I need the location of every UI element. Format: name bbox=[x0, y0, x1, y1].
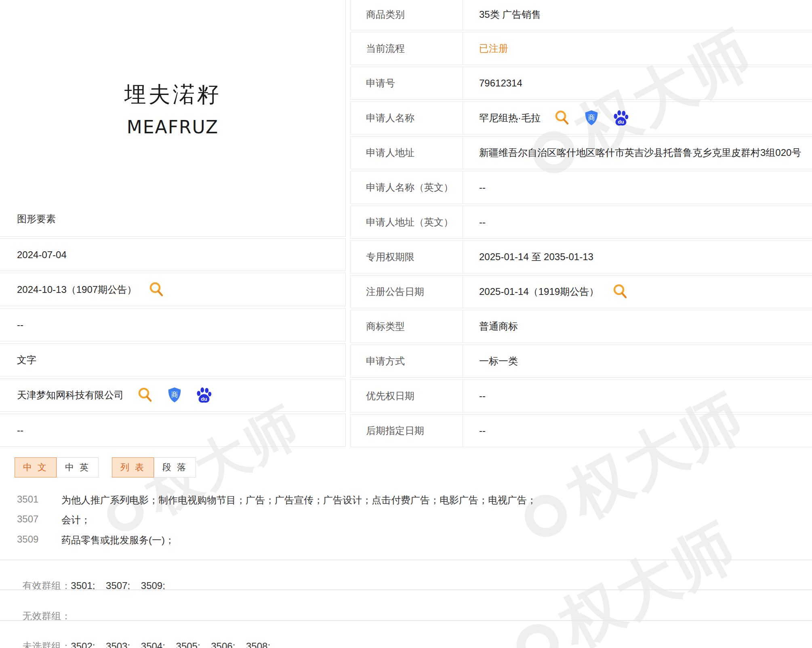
valid-groups-row: 有效群组：3501; 3507; 3509; bbox=[17, 568, 165, 592]
unselected-groups-values: 3502; 3503; 3504; 3505; 3506; 3508; bbox=[71, 641, 270, 648]
row-label: 申请人名称（英文） bbox=[351, 171, 463, 204]
row-label: 注册公告日期 bbox=[351, 276, 463, 308]
class-item: 3501 为他人推广系列电影；制作电视购物节目；广告；广告宣传；广告设计；点击付… bbox=[17, 494, 536, 507]
left-row-agency: 天津梦知网科技有限公司 商 du bbox=[0, 379, 346, 412]
row-label: 商标类型 bbox=[351, 310, 463, 343]
svg-text:商: 商 bbox=[588, 114, 595, 122]
class-description: 会计； bbox=[61, 513, 90, 526]
row-application-number: 申请号 79612314 bbox=[350, 67, 812, 100]
tab-list-view[interactable]: 列 表 bbox=[112, 457, 154, 478]
row-label: 申请人名称 bbox=[351, 102, 463, 134]
divider bbox=[0, 620, 812, 621]
class-description: 为他人推广系列电影；制作电视购物节目；广告；广告宣传；广告设计；点击付费广告；电… bbox=[61, 494, 536, 507]
row-label: 申请号 bbox=[351, 67, 463, 99]
first-announcement-value: 2024-10-13（1907期公告） bbox=[17, 283, 137, 296]
watermark-logo-icon bbox=[509, 617, 566, 648]
class-description: 药品零售或批发服务(一)； bbox=[61, 534, 175, 547]
row-applicant-name-en: 申请人名称（英文） -- bbox=[350, 171, 812, 204]
left-row-first-announcement: 2024-10-13（1907期公告） bbox=[0, 273, 346, 306]
left-row-dash2: -- bbox=[0, 414, 346, 447]
row-priority-date: 优先权日期 -- bbox=[350, 379, 812, 412]
class-code: 3501 bbox=[17, 494, 61, 505]
tab-chinese-english[interactable]: 中 英 bbox=[57, 457, 99, 478]
class-code: 3509 bbox=[17, 534, 61, 545]
apply-date-value: 2024-07-04 bbox=[17, 249, 67, 261]
row-applicant-address: 申请人地址 新疆维吾尔自治区喀什地区喀什市英吉沙县托普鲁克乡克里皮群村3组020… bbox=[350, 136, 812, 169]
invalid-groups-row: 无效群组： bbox=[17, 598, 71, 623]
class-item: 3507 会计； bbox=[17, 513, 90, 526]
applicant-address-value: 新疆维吾尔自治区喀什地区喀什市英吉沙县托普鲁克乡克里皮群村3组020号 bbox=[479, 146, 801, 159]
applicant-name-value: 罕尼组热·毛拉 bbox=[479, 112, 541, 124]
row-applicant-name: 申请人名称 罕尼组热·毛拉 商 du bbox=[350, 101, 812, 135]
row-label: 商品类别 bbox=[351, 0, 463, 30]
left-row-dash1: -- bbox=[0, 308, 346, 341]
tab-paragraph-view[interactable]: 段 落 bbox=[154, 457, 196, 478]
tab-chinese[interactable]: 中 文 bbox=[15, 457, 57, 478]
search-icon[interactable] bbox=[554, 110, 570, 126]
exclusive-right-period-value: 2025-01-14 至 2035-01-13 bbox=[479, 250, 593, 263]
search-icon[interactable] bbox=[137, 387, 154, 403]
trademark-preview-cell: 埋夫渃籽 MEAFRUZ 图形要素 bbox=[0, 0, 346, 237]
row-application-mode: 申请方式 一标一类 bbox=[350, 345, 812, 378]
later-designation-date-value: -- bbox=[479, 425, 486, 436]
status-badge: 已注册 bbox=[479, 42, 508, 55]
svg-text:du: du bbox=[201, 396, 207, 402]
goods-class-value: 35类 广告销售 bbox=[479, 8, 541, 21]
row-trademark-type: 商标类型 普通商标 bbox=[350, 310, 812, 343]
trademark-image: 埋夫渃籽 MEAFRUZ bbox=[0, 80, 345, 137]
left-row-apply-date: 2024-07-04 bbox=[0, 238, 346, 271]
left-row-trademark-form: 文字 bbox=[0, 343, 346, 377]
class-code: 3507 bbox=[17, 513, 61, 525]
row-goods-class: 商品类别 35类 广告销售 bbox=[350, 0, 812, 30]
unselected-groups-label: 未选群组： bbox=[22, 641, 71, 648]
row-label: 优先权日期 bbox=[351, 380, 463, 412]
row-label: 申请人地址 bbox=[351, 137, 463, 169]
trademark-form-value: 文字 bbox=[17, 353, 36, 366]
baidu-icon[interactable]: du bbox=[612, 109, 629, 126]
graphic-elements-label: 图形要素 bbox=[17, 212, 56, 225]
row-label: 专用权期限 bbox=[351, 241, 463, 273]
agency-name-value: 天津梦知网科技有限公司 bbox=[17, 389, 124, 402]
class-item: 3509 药品零售或批发服务(一)； bbox=[17, 534, 175, 547]
registration-announcement-value: 2025-01-14（1919期公告） bbox=[479, 285, 599, 298]
applicant-address-en-value: -- bbox=[479, 217, 486, 228]
svg-text:du: du bbox=[618, 119, 624, 125]
trademark-name-cn: 埋夫渃籽 bbox=[0, 80, 345, 109]
divider bbox=[0, 560, 812, 560]
row-label: 申请人地址（英文） bbox=[351, 206, 463, 238]
search-icon[interactable] bbox=[612, 284, 629, 300]
dash-value: -- bbox=[17, 425, 23, 436]
row-label: 申请方式 bbox=[351, 345, 463, 377]
watermark: 权大师 bbox=[500, 505, 752, 648]
invalid-groups-label: 无效群组： bbox=[22, 610, 71, 621]
row-later-designation-date: 后期指定日期 -- bbox=[350, 414, 812, 447]
row-applicant-address-en: 申请人地址（英文） -- bbox=[350, 206, 812, 239]
trademark-badge-icon[interactable]: 商 bbox=[584, 110, 599, 126]
priority-date-value: -- bbox=[479, 390, 486, 402]
trademark-badge-icon[interactable]: 商 bbox=[167, 387, 182, 403]
row-label: 当前流程 bbox=[351, 32, 463, 65]
dash-value: -- bbox=[17, 319, 23, 330]
svg-text:商: 商 bbox=[171, 391, 178, 399]
row-label: 后期指定日期 bbox=[351, 414, 463, 447]
row-current-status: 当前流程 已注册 bbox=[350, 32, 812, 65]
row-exclusive-right-period: 专用权期限 2025-01-14 至 2035-01-13 bbox=[350, 240, 812, 274]
row-registration-announcement: 注册公告日期 2025-01-14（1919期公告） bbox=[350, 275, 812, 308]
divider bbox=[0, 589, 812, 590]
application-number-value: 79612314 bbox=[479, 78, 522, 89]
application-mode-value: 一标一类 bbox=[479, 355, 518, 368]
search-icon[interactable] bbox=[149, 282, 165, 298]
trademark-name-en: MEAFRUZ bbox=[0, 117, 345, 137]
unselected-groups-row: 未选群组：3502; 3503; 3504; 3505; 3506; 3508; bbox=[17, 629, 270, 648]
view-tab-group: 列 表 段 落 bbox=[112, 457, 196, 478]
applicant-name-en-value: -- bbox=[479, 182, 486, 193]
trademark-type-value: 普通商标 bbox=[479, 320, 518, 333]
baidu-icon[interactable]: du bbox=[196, 387, 212, 404]
language-tab-group: 中 文 中 英 bbox=[15, 457, 99, 478]
